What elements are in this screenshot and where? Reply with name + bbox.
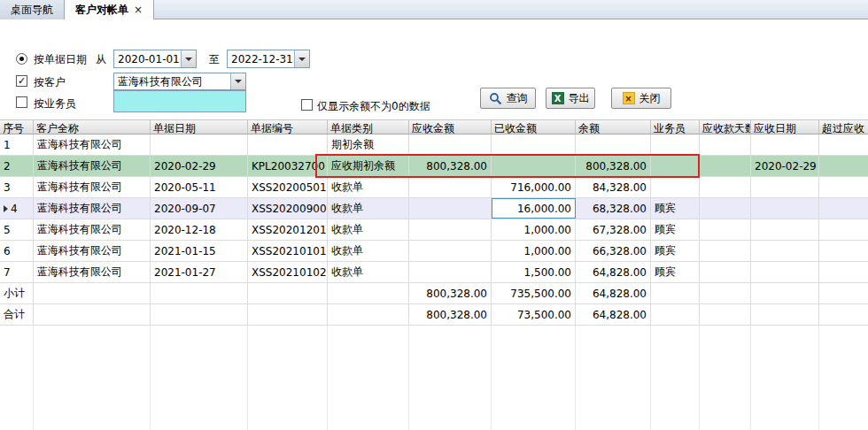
cell-no[interactable]: 7	[0, 262, 34, 282]
cell-salesman[interactable]: 顾宾	[651, 262, 700, 282]
column-header-receivable[interactable]: 应收金额	[409, 120, 492, 134]
cell-receivable[interactable]	[409, 241, 492, 261]
cell-overdue[interactable]	[819, 156, 868, 176]
cell-date[interactable]: 2020-09-07	[151, 198, 248, 219]
cell-doc_type[interactable]: 收款单	[328, 241, 409, 261]
cell-salesman[interactable]: 顾宾	[651, 198, 700, 219]
cell-received[interactable]: 735,500.00	[492, 283, 576, 303]
by-customer-checkbox[interactable]: ✓	[16, 75, 27, 87]
cell-salesman[interactable]	[651, 177, 700, 197]
cell-balance[interactable]: 67,328.00	[576, 219, 651, 240]
cell-date[interactable]: 2021-01-15	[151, 241, 248, 261]
cell-customer[interactable]: 蓝海科技有限公司	[34, 156, 151, 176]
cell-overdue[interactable]	[819, 304, 868, 325]
cell-receivable[interactable]	[409, 177, 492, 197]
cell-salesman[interactable]	[651, 156, 700, 176]
cell-salesman[interactable]	[651, 283, 700, 303]
cell-days[interactable]	[700, 177, 751, 197]
column-header-doc_no[interactable]: 单据编号	[248, 120, 328, 134]
cell-overdue[interactable]	[819, 262, 868, 282]
cell-due_date[interactable]	[751, 177, 819, 197]
column-header-doc_type[interactable]: 单据类别	[328, 120, 409, 134]
cell-receivable[interactable]: 800,328.00	[409, 156, 492, 176]
cell-received[interactable]	[492, 156, 576, 176]
cell-balance[interactable]: 800,328.00	[576, 156, 651, 176]
cell-date[interactable]: 2021-01-27	[151, 262, 248, 282]
cell-no[interactable]: 6	[0, 241, 34, 261]
date-to-combobox[interactable]: 2022-12-31	[227, 50, 310, 68]
cell-days[interactable]	[700, 156, 751, 176]
cell-doc_no[interactable]	[248, 134, 328, 155]
cell-received[interactable]: 1,500.00	[492, 262, 576, 282]
nonzero-balance-checkbox[interactable]	[301, 99, 313, 111]
column-header-date[interactable]: 单据日期	[151, 120, 248, 134]
cell-received[interactable]: 1,000.00	[492, 219, 576, 240]
table-row[interactable]: 6蓝海科技有限公司2021-01-15XSS202101011收款单1,000.…	[0, 241, 868, 262]
cell-date[interactable]	[151, 304, 248, 325]
cell-no[interactable]: 4	[0, 198, 34, 219]
cell-balance[interactable]: 64,828.00	[576, 283, 651, 303]
cell-customer[interactable]: 蓝海科技有限公司	[34, 134, 151, 155]
cell-doc_type[interactable]: 应收期初余额	[328, 156, 409, 176]
cell-received[interactable]: 716,000.00	[492, 177, 576, 197]
cell-doc_no[interactable]: XSS202005015	[248, 177, 328, 197]
cell-no[interactable]: 3	[0, 177, 34, 197]
column-header-due_date[interactable]: 应收日期	[751, 120, 819, 134]
cell-balance[interactable]: 66,328.00	[576, 241, 651, 261]
cell-date[interactable]: 2020-12-18	[151, 219, 248, 240]
cell-days[interactable]	[700, 304, 751, 325]
query-button[interactable]: 查询	[480, 88, 536, 109]
export-button[interactable]: X 导出	[546, 88, 595, 109]
cell-due_date[interactable]	[751, 198, 819, 219]
cell-overdue[interactable]	[819, 177, 868, 197]
close-tab-icon[interactable]: ×	[134, 4, 143, 16]
cell-doc_no[interactable]: XSS202101011	[248, 241, 328, 261]
cell-due_date[interactable]	[751, 134, 819, 155]
cell-days[interactable]	[700, 219, 751, 240]
cell-customer[interactable]	[34, 283, 151, 303]
cell-doc_type[interactable]	[328, 304, 409, 325]
cell-days[interactable]	[700, 198, 751, 219]
cell-doc_type[interactable]: 收款单	[328, 219, 409, 240]
tab-desktop-navigation[interactable]: 桌面导航	[0, 0, 65, 19]
cell-no[interactable]: 合计	[0, 304, 34, 325]
cell-salesman[interactable]: 顾宾	[651, 219, 700, 240]
cell-overdue[interactable]	[819, 283, 868, 303]
cell-customer[interactable]: 蓝海科技有限公司	[34, 241, 151, 261]
column-header-received[interactable]: 已收金额	[492, 120, 576, 134]
by-salesman-checkbox[interactable]	[16, 96, 27, 108]
cell-overdue[interactable]	[819, 198, 868, 219]
cell-balance[interactable]: 68,328.00	[576, 198, 651, 219]
date-to-dropdown-button[interactable]	[294, 50, 309, 67]
customer-dropdown-button[interactable]	[230, 73, 245, 89]
cell-balance[interactable]: 64,828.00	[576, 262, 651, 282]
close-button[interactable]: × 关闭	[611, 88, 671, 109]
table-row[interactable]: 4蓝海科技有限公司2020-09-07XSS202009002收款单16,000…	[0, 198, 868, 219]
cell-doc_type[interactable]	[328, 283, 409, 303]
cell-date[interactable]	[151, 283, 248, 303]
cell-received[interactable]: 73,500.00	[492, 304, 576, 325]
cell-salesman[interactable]: 顾宾	[651, 241, 700, 261]
column-header-balance[interactable]: 余额	[576, 120, 651, 134]
cell-days[interactable]	[700, 134, 751, 155]
cell-doc_type[interactable]: 收款单	[328, 198, 409, 219]
cell-customer[interactable]	[34, 304, 151, 325]
cell-date[interactable]	[151, 134, 248, 155]
cell-days[interactable]	[700, 283, 751, 303]
cell-date[interactable]: 2020-02-29	[151, 156, 248, 176]
cell-customer[interactable]: 蓝海科技有限公司	[34, 262, 151, 282]
by-date-radio[interactable]	[16, 53, 27, 65]
table-row[interactable]: 3蓝海科技有限公司2020-05-11XSS202005015收款单716,00…	[0, 177, 868, 198]
summary-row-subtotal[interactable]: 小计800,328.00735,500.0064,828.00	[0, 283, 868, 304]
tab-customer-statement[interactable]: 客户对帐单 ×	[65, 0, 154, 19]
cell-no[interactable]: 5	[0, 219, 34, 240]
cell-salesman[interactable]	[651, 134, 700, 155]
cell-received[interactable]: 1,000.00	[492, 241, 576, 261]
cell-balance[interactable]	[576, 134, 651, 155]
cell-no[interactable]: 小计	[0, 283, 34, 303]
customer-combobox[interactable]: 蓝海科技有限公司	[113, 73, 246, 90]
cell-due_date[interactable]	[751, 219, 819, 240]
table-row[interactable]: 2蓝海科技有限公司2020-02-29KPL20032700应收期初余额800,…	[0, 156, 868, 177]
cell-balance[interactable]: 84,328.00	[576, 177, 651, 197]
date-from-dropdown-button[interactable]	[181, 50, 196, 67]
